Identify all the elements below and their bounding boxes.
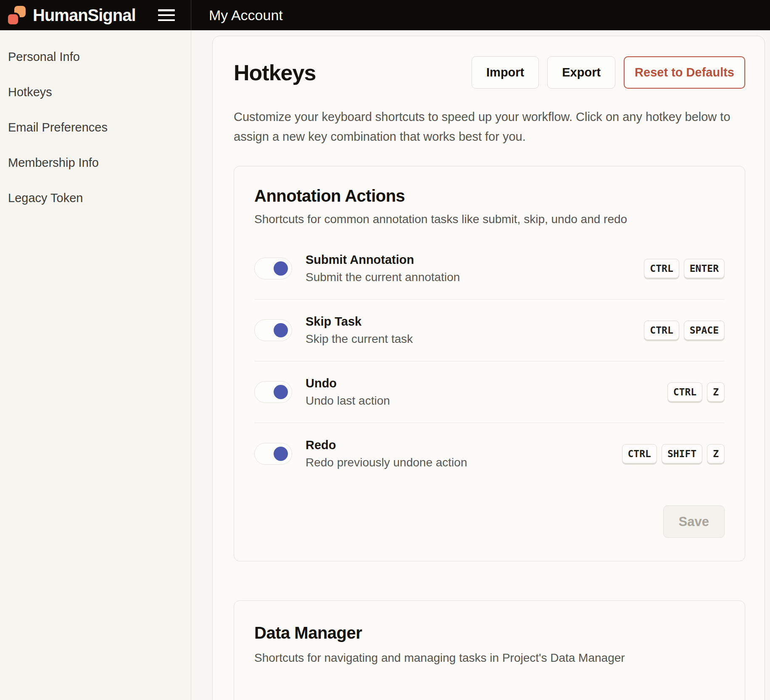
hotkey-title: Submit Annotation bbox=[306, 253, 460, 267]
undo-toggle[interactable] bbox=[254, 381, 292, 403]
hotkey-row-redo: Redo Redo previously undone action CTRL … bbox=[254, 423, 725, 484]
sidebar-item-personal-info[interactable]: Personal Info bbox=[8, 50, 191, 64]
key-badge[interactable]: ENTER bbox=[684, 259, 725, 278]
key-badge[interactable]: SHIFT bbox=[662, 444, 702, 463]
main-content: Hotkeys Import Export Reset to Defaults … bbox=[191, 30, 770, 700]
row-text: Submit Annotation Submit the current ann… bbox=[306, 253, 460, 284]
annotation-actions-card: Annotation Actions Shortcuts for common … bbox=[234, 166, 745, 561]
row-text: Skip Task Skip the current task bbox=[306, 315, 413, 346]
brand-name[interactable]: HumanSignal bbox=[33, 6, 136, 25]
sidebar-item-hotkeys[interactable]: Hotkeys bbox=[8, 85, 191, 99]
hotkey-title: Redo bbox=[306, 438, 467, 452]
data-manager-card: Data Manager Shortcuts for navigating an… bbox=[234, 600, 745, 700]
hotkey-subtitle: Skip the current task bbox=[306, 332, 413, 346]
header-buttons: Import Export Reset to Defaults bbox=[472, 56, 745, 89]
hotkey-row-submit-annotation: Submit Annotation Submit the current ann… bbox=[254, 238, 725, 299]
brand-area: HumanSignal bbox=[0, 0, 191, 30]
key-badge[interactable]: CTRL bbox=[644, 321, 679, 340]
toggle-knob bbox=[274, 261, 288, 276]
skip-task-toggle[interactable] bbox=[254, 319, 292, 341]
hotkey-rows: Submit Annotation Submit the current ann… bbox=[254, 238, 725, 484]
hotkeys-title: Hotkeys bbox=[234, 60, 472, 85]
key-badge[interactable]: CTRL bbox=[622, 444, 657, 463]
sidebar-item-email-preferences[interactable]: Email Preferences bbox=[8, 120, 191, 134]
submit-annotation-toggle[interactable] bbox=[254, 258, 292, 279]
logo-square-coral bbox=[8, 14, 18, 24]
account-sidebar: Personal Info Hotkeys Email Preferences … bbox=[0, 30, 191, 700]
save-row: Save bbox=[254, 505, 725, 538]
hotkey-keys[interactable]: CTRL SPACE bbox=[644, 321, 725, 340]
annotation-actions-title: Annotation Actions bbox=[254, 186, 725, 206]
hotkey-keys[interactable]: CTRL Z bbox=[667, 382, 725, 402]
top-bar: HumanSignal My Account bbox=[0, 0, 770, 30]
export-button[interactable]: Export bbox=[547, 56, 615, 89]
hotkey-title: Undo bbox=[306, 376, 390, 390]
hamburger-menu-icon[interactable] bbox=[158, 9, 175, 21]
row-text: Undo Undo last action bbox=[306, 376, 390, 408]
toggle-knob bbox=[274, 323, 288, 337]
hotkey-subtitle: Submit the current annotation bbox=[306, 271, 460, 284]
key-badge[interactable]: Z bbox=[707, 382, 725, 402]
sidebar-item-legacy-token[interactable]: Legacy Token bbox=[8, 191, 191, 205]
redo-toggle[interactable] bbox=[254, 443, 292, 465]
data-manager-subtitle: Shortcuts for navigating and managing ta… bbox=[254, 651, 725, 665]
hotkey-subtitle: Redo previously undone action bbox=[306, 456, 467, 469]
hotkeys-description: Customize your keyboard shortcuts to spe… bbox=[234, 107, 745, 147]
import-button[interactable]: Import bbox=[472, 56, 539, 89]
hotkeys-panel: Hotkeys Import Export Reset to Defaults … bbox=[212, 36, 765, 700]
hotkey-row-undo: Undo Undo last action CTRL Z bbox=[254, 361, 725, 423]
hotkey-title: Skip Task bbox=[306, 315, 413, 329]
key-badge[interactable]: CTRL bbox=[667, 382, 702, 402]
page-title: My Account bbox=[209, 7, 283, 24]
hotkey-keys[interactable]: CTRL SHIFT Z bbox=[622, 444, 725, 463]
hotkey-row-skip-task: Skip Task Skip the current task CTRL SPA… bbox=[254, 299, 725, 361]
hotkey-subtitle: Undo last action bbox=[306, 394, 390, 408]
key-badge[interactable]: Z bbox=[707, 444, 725, 463]
key-badge[interactable]: SPACE bbox=[684, 321, 725, 340]
row-text: Redo Redo previously undone action bbox=[306, 438, 467, 469]
toggle-knob bbox=[274, 385, 288, 399]
hotkeys-header: Hotkeys Import Export Reset to Defaults bbox=[234, 56, 745, 89]
toggle-knob bbox=[274, 447, 288, 461]
hotkey-keys[interactable]: CTRL ENTER bbox=[644, 259, 725, 278]
annotation-actions-subtitle: Shortcuts for common annotation tasks li… bbox=[254, 213, 725, 226]
save-button[interactable]: Save bbox=[663, 505, 725, 538]
key-badge[interactable]: CTRL bbox=[644, 259, 679, 278]
data-manager-title: Data Manager bbox=[254, 623, 725, 643]
reset-to-defaults-button[interactable]: Reset to Defaults bbox=[624, 56, 745, 89]
humansignal-logo-icon[interactable] bbox=[7, 5, 26, 25]
sidebar-item-membership-info[interactable]: Membership Info bbox=[8, 155, 191, 170]
